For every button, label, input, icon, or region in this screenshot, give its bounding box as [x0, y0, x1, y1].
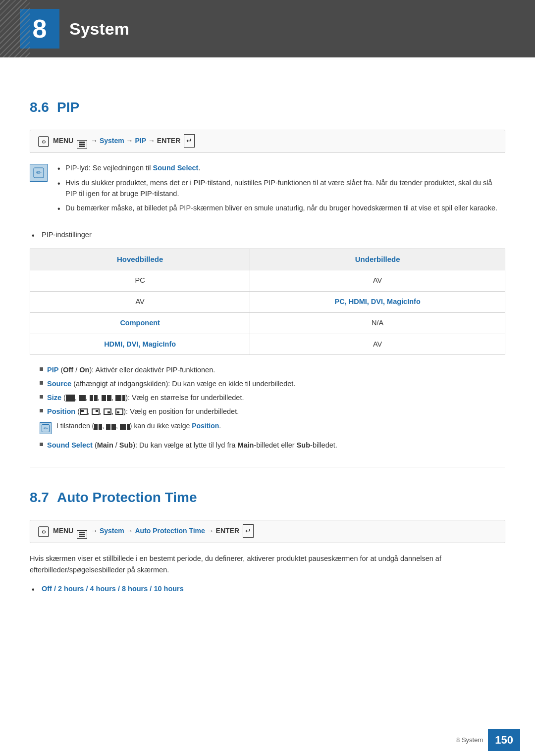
- page-footer: 8 System 150: [0, 724, 535, 756]
- pip-option-sound-select-text: Sound Select (Main / Sub): Du kan vælge …: [47, 440, 337, 451]
- apt-options-text: Off / 2 hours / 4 hours / 8 hours / 10 h…: [42, 585, 184, 593]
- pip-menu-path-text: MENU → System → PIP → ENTER: [53, 134, 196, 149]
- table-cell-main-1: PC: [30, 270, 250, 292]
- sq-bullet-1: [40, 367, 43, 371]
- pos-icon-1: [80, 408, 88, 415]
- pip-menu-path: ⚙ MENU → System →: [30, 130, 505, 153]
- arrow5: →: [126, 527, 135, 535]
- pos-icon-2: [92, 408, 100, 415]
- size-icon-lg: [66, 395, 75, 402]
- pip-option-source: Source (afhængigt af indgangskilden): Du…: [40, 379, 505, 390]
- settings-icon-apt: ⚙: [38, 526, 49, 537]
- apt-options: Off / 2 hours / 4 hours / 8 hours / 10 h…: [30, 584, 505, 595]
- system-keyword-apt: System: [100, 527, 124, 535]
- size-icon-triple: [115, 395, 125, 401]
- arrow6: →: [207, 527, 216, 535]
- table-row: AV PC, HDMI, DVI, MagicInfo: [30, 292, 505, 313]
- pos-note-icons2: [106, 424, 116, 430]
- section-apt-title: Auto Protection Time: [57, 487, 197, 508]
- pip-option-pip: PIP (Off / On): Aktivér eller deaktivér …: [40, 365, 505, 376]
- pip-note-section: ✏ PIP-lyd: Se vejledningen til Sound Sel…: [30, 163, 505, 222]
- footer-page-number: 150: [488, 729, 520, 751]
- table-cell-main-2: AV: [30, 292, 250, 313]
- apt-keyword: Auto Protection Time: [135, 527, 205, 535]
- pip-option-source-text: Source (afhængigt af indgangskilden): Du…: [47, 379, 295, 390]
- menu-icon: ⚙: [38, 136, 49, 147]
- pip-notes: PIP-lyd: Se vejledningen til Sound Selec…: [54, 163, 505, 222]
- apt-menu-path: ⚙ MENU → System →: [30, 520, 505, 543]
- section-apt-heading: 8.7 Auto Protection Time: [30, 487, 505, 508]
- pip-option-size: Size (, , , , ): Vælg en størrelse for u…: [40, 393, 505, 403]
- svg-text:✏: ✏: [44, 426, 48, 431]
- section-pip-heading: 8.6 PIP: [30, 97, 505, 118]
- menu-grid: [77, 140, 87, 149]
- table-header-sub: Underbillede: [250, 249, 505, 270]
- pip-keyword: PIP: [135, 137, 147, 145]
- pos-note-icons: [94, 424, 102, 430]
- pip-option-position: Position (, , , ): Vælg en position for …: [40, 406, 505, 417]
- header-pattern: [0, 0, 30, 57]
- section-pip-number: 8.6: [30, 97, 49, 118]
- arrow2: →: [126, 137, 135, 145]
- sq-bullet-2: [40, 381, 43, 385]
- pip-table: Hovedbillede Underbillede PC AV AV PC, H…: [30, 249, 505, 355]
- arrow4: →: [91, 527, 100, 535]
- pip-settings-section: PIP-indstillinger: [30, 230, 505, 241]
- pip-option-pip-text: PIP (Off / On): Aktivér eller deaktivér …: [47, 365, 215, 376]
- section-apt-number: 8.7: [30, 487, 49, 508]
- system-keyword: System: [100, 137, 124, 145]
- table-cell-sub-1: AV: [250, 270, 505, 292]
- svg-text:⚙: ⚙: [42, 529, 46, 535]
- menu-grid-apt: [77, 530, 87, 539]
- section-pip-title: PIP: [57, 97, 79, 118]
- pip-option-sound-select: Sound Select (Main / Sub): Du kan vælge …: [40, 440, 505, 451]
- arrow3: →: [148, 137, 157, 145]
- apt-menu-path-text: MENU → System → Auto Protection Time: [53, 524, 255, 539]
- arrow1: →: [91, 137, 100, 145]
- pip-option-position-text: Position (, , , ): Vælg en position for …: [47, 406, 239, 417]
- pos-note-icons3: [120, 424, 130, 430]
- sq-bullet-4: [40, 409, 43, 412]
- table-cell-sub-2: PC, HDMI, DVI, MagicInfo: [250, 292, 505, 313]
- note-icon-small: ✏: [40, 422, 52, 434]
- table-row: PC AV: [30, 270, 505, 292]
- table-cell-main-4: HDMI, DVI, MagicInfo: [30, 334, 250, 355]
- pip-notes-list: PIP-lyd: Se vejledningen til Sound Selec…: [54, 163, 505, 214]
- svg-text:⚙: ⚙: [42, 139, 46, 145]
- pencil-icon: ✏: [33, 167, 44, 178]
- position-note-section: ✏ I tilstanden (, , ) kan du ikke vælge …: [40, 421, 505, 434]
- table-cell-main-3: Component: [30, 312, 250, 334]
- table-header-main: Hovedbillede: [30, 249, 250, 270]
- table-row: HDMI, DVI, MagicInfo AV: [30, 334, 505, 355]
- menu-label: MENU: [53, 137, 73, 145]
- enter-label: ENTER: [157, 137, 180, 145]
- size-icon-double2: [102, 395, 111, 401]
- apt-options-list: Off / 2 hours / 4 hours / 8 hours / 10 h…: [30, 584, 505, 595]
- section-divider: [30, 467, 505, 467]
- table-row: Component N/A: [30, 312, 505, 334]
- note-icon: ✏: [30, 164, 48, 182]
- enter-icon: ↵: [184, 134, 195, 148]
- main-content: 8.6 PIP ⚙ MENU: [0, 57, 535, 640]
- pencil-icon-small: ✏: [42, 424, 50, 432]
- pos-icon-3: [104, 408, 111, 415]
- apt-description: Hvis skærmen viser et stillbillede i en …: [30, 553, 505, 576]
- pos-icon-4: [115, 408, 123, 415]
- chapter-header: 8 System: [0, 0, 535, 57]
- pip-options-list: PIP (Off / On): Aktivér eller deaktivér …: [40, 365, 505, 417]
- sq-bullet-3: [40, 395, 43, 399]
- position-note-text: I tilstanden (, , ) kan du ikke vælge Po…: [56, 421, 221, 431]
- pip-note-3: Du bemærker måske, at billedet på PIP-sk…: [54, 203, 505, 214]
- pip-sound-select-list: Sound Select (Main / Sub): Du kan vælge …: [40, 440, 505, 451]
- menu-label-apt: MENU: [53, 527, 73, 535]
- sq-bullet-5: [40, 443, 43, 446]
- enter-label-apt: ENTER: [216, 527, 239, 535]
- size-icon-double: [90, 395, 98, 401]
- pip-settings-label: PIP-indstillinger: [30, 230, 505, 241]
- footer-label: 8 System: [456, 735, 483, 745]
- pip-note-1: PIP-lyd: Se vejledningen til Sound Selec…: [54, 163, 505, 174]
- chapter-title: System: [69, 16, 129, 42]
- svg-text:✏: ✏: [36, 169, 42, 176]
- table-cell-sub-4: AV: [250, 334, 505, 355]
- table-cell-sub-3: N/A: [250, 312, 505, 334]
